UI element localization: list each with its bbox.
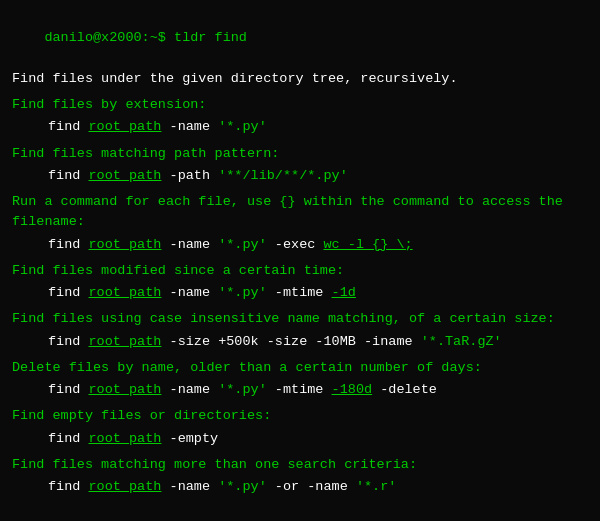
- string-value: '*.py': [218, 479, 267, 494]
- keyword-text: -mtime: [267, 382, 332, 397]
- code-line-2-0: find root_path -name '*.py' -exec wc -l …: [12, 235, 588, 255]
- string-value: '*.py': [218, 382, 267, 397]
- underline-green-text: wc -l {} \;: [323, 237, 412, 252]
- underline-green-text: root_path: [89, 285, 162, 300]
- code-line-0-0: find root_path -name '*.py': [12, 117, 588, 137]
- string-value: '*.r': [356, 479, 397, 494]
- underline-green-text: -180d: [332, 382, 373, 397]
- keyword-text: -path: [161, 168, 218, 183]
- underline-green-text: root_path: [89, 382, 162, 397]
- keyword-text: -size +500k -size -10MB -iname: [161, 334, 420, 349]
- code-line-3-0: find root_path -name '*.py' -mtime -1d: [12, 283, 588, 303]
- keyword-text: -mtime: [267, 285, 332, 300]
- keyword-text: find: [48, 285, 89, 300]
- string-value: '*.py': [218, 285, 267, 300]
- underline-green-text: root_path: [89, 237, 162, 252]
- underline-green-text: root_path: [89, 431, 162, 446]
- code-line-6-0: find root_path -empty: [12, 429, 588, 449]
- keyword-text: find: [48, 237, 89, 252]
- keyword-text: find: [48, 382, 89, 397]
- underline-green-text: root_path: [89, 119, 162, 134]
- code-line-1-0: find root_path -path '**/lib/**/*.py': [12, 166, 588, 186]
- underline-green-text: root_path: [89, 168, 162, 183]
- keyword-text: -name: [161, 382, 218, 397]
- section-header-2: Run a command for each file, use {} with…: [12, 192, 588, 233]
- keyword-text: -name: [161, 479, 218, 494]
- string-value: '**/lib/**/*.py': [218, 168, 348, 183]
- string-value: '*.py': [218, 237, 267, 252]
- code-line-5-0: find root_path -name '*.py' -mtime -180d…: [12, 380, 588, 400]
- keyword-text: -name: [161, 285, 218, 300]
- prompt-text: danilo@x2000:~$ tldr find: [44, 30, 247, 45]
- string-value: '*.TaR.gZ': [421, 334, 502, 349]
- string-value: '*.py': [218, 119, 267, 134]
- keyword-text: -name: [161, 119, 218, 134]
- sections-container: Find files by extension:find root_path -…: [12, 95, 588, 497]
- section-header-5: Delete files by name, older than a certa…: [12, 358, 588, 378]
- keyword-text: find: [48, 168, 89, 183]
- section-header-6: Find empty files or directories:: [12, 406, 588, 426]
- section-header-0: Find files by extension:: [12, 95, 588, 115]
- keyword-text: find: [48, 479, 89, 494]
- section-header-4: Find files using case insensitive name m…: [12, 309, 588, 329]
- section-header-3: Find files modified since a certain time…: [12, 261, 588, 281]
- prompt-line: danilo@x2000:~$ tldr find: [12, 8, 588, 69]
- keyword-text: find: [48, 334, 89, 349]
- code-line-7-0: find root_path -name '*.py' -or -name '*…: [12, 477, 588, 497]
- underline-green-text: -1d: [332, 285, 356, 300]
- terminal-window: danilo@x2000:~$ tldr find Find files und…: [12, 8, 588, 497]
- code-line-4-0: find root_path -size +500k -size -10MB -…: [12, 332, 588, 352]
- title-description: Find files under the given directory tre…: [12, 69, 588, 89]
- keyword-text: -delete: [372, 382, 437, 397]
- underline-green-text: root_path: [89, 334, 162, 349]
- section-header-7: Find files matching more than one search…: [12, 455, 588, 475]
- keyword-text: -empty: [161, 431, 218, 446]
- keyword-text: find: [48, 431, 89, 446]
- underline-green-text: root_path: [89, 479, 162, 494]
- keyword-text: -name: [161, 237, 218, 252]
- keyword-text: -exec: [267, 237, 324, 252]
- keyword-text: find: [48, 119, 89, 134]
- keyword-text: -or -name: [267, 479, 356, 494]
- section-header-1: Find files matching path pattern:: [12, 144, 588, 164]
